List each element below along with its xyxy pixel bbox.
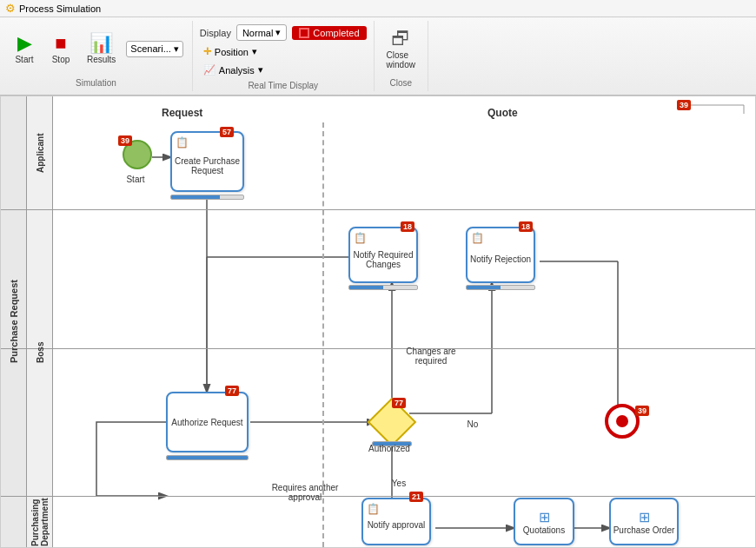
lane-label-purchasing: Purchasing Department bbox=[27, 496, 53, 548]
task-icon-notify-app: 📋 bbox=[367, 503, 380, 515]
authorize-request-label: Authorize Request bbox=[171, 418, 242, 427]
display-top-row: Display Normal ▾ Completed bbox=[200, 24, 367, 41]
lane-label-purchase-request: Purchase Request bbox=[1, 96, 27, 547]
stop-label: Stop bbox=[52, 55, 70, 64]
notify-req-counter: 18 bbox=[401, 221, 414, 232]
lane-label-applicant: Applicant bbox=[27, 96, 53, 209]
gateway-counter: 77 bbox=[392, 398, 406, 408]
notify-rejection-task[interactable]: 📋 Notify Rejection bbox=[466, 227, 535, 283]
create-progress-fill bbox=[171, 195, 220, 199]
notify-rejection-label: Notify Rejection bbox=[470, 254, 531, 264]
end-event-inner bbox=[616, 415, 628, 427]
start-button[interactable]: ▶ Start bbox=[9, 30, 40, 68]
position-icon: ✛ bbox=[203, 46, 211, 57]
task-icon-create: 📋 bbox=[176, 136, 189, 149]
play-icon: ▶ bbox=[17, 34, 32, 53]
close-group: 🗗 Closewindow Close bbox=[375, 21, 428, 91]
quotations-label: Quotations bbox=[523, 525, 565, 535]
simulation-group: ▶ Start ■ Stop 📊 Results Scenari... ▾ Si… bbox=[0, 21, 193, 91]
display-mid-row: ✛ Position ▾ bbox=[200, 44, 367, 59]
task-icon-notify-rej: 📋 bbox=[471, 232, 484, 244]
analysis-label: Analysis bbox=[219, 65, 255, 76]
start-counter: 39 bbox=[118, 135, 132, 146]
real-time-display-label: Real Time Display bbox=[200, 81, 367, 90]
results-label: Results bbox=[87, 55, 116, 64]
lane-label-boss: Boss bbox=[27, 209, 53, 496]
notify-rej-progress-fill bbox=[467, 286, 501, 289]
stop-icon: ■ bbox=[55, 34, 66, 53]
notify-required-changes-task[interactable]: 📋 Notify Required Changes bbox=[348, 227, 418, 283]
analysis-chevron: ▾ bbox=[258, 64, 263, 76]
normal-dropdown[interactable]: Normal ▾ bbox=[236, 24, 287, 41]
create-purchase-request-task[interactable]: 📋 Create Purchase Request bbox=[170, 131, 244, 192]
start-label: Start bbox=[114, 175, 157, 184]
changes-required-label: Changes are required bbox=[392, 347, 470, 366]
purchase-order-icon: ⊞ bbox=[639, 509, 650, 525]
quotations-icon: ⊞ bbox=[539, 509, 550, 525]
quotations-task[interactable]: ⊞ Quotations bbox=[514, 498, 574, 545]
scenario-dropdown[interactable]: Scenari... ▾ bbox=[126, 41, 182, 57]
sim-buttons-row: ▶ Start ■ Stop 📊 Results Scenari... ▾ bbox=[9, 24, 183, 73]
display-text-label: Display bbox=[200, 28, 231, 38]
lane-divider-1 bbox=[1, 209, 755, 210]
authorize-counter: 77 bbox=[225, 386, 239, 396]
normal-label: Normal bbox=[242, 28, 273, 38]
purchase-order-label: Purchase Order bbox=[613, 525, 675, 535]
scenario-chevron: ▾ bbox=[174, 43, 179, 55]
app-icon: ⚙ bbox=[5, 2, 16, 15]
results-icon: 📊 bbox=[90, 34, 113, 53]
results-button[interactable]: 📊 Results bbox=[82, 30, 121, 68]
end-counter: 39 bbox=[635, 406, 649, 416]
purchase-order-task[interactable]: ⊞ Purchase Order bbox=[609, 498, 679, 545]
app-title: Process Simulation bbox=[19, 3, 101, 14]
notify-req-progress-bar bbox=[348, 285, 418, 290]
close-window-icon: 🗗 bbox=[391, 28, 410, 50]
position-button[interactable]: ✛ Position ▾ bbox=[200, 44, 261, 59]
position-chevron: ▾ bbox=[252, 46, 257, 57]
notify-rej-counter: 18 bbox=[519, 221, 533, 232]
analysis-button[interactable]: 📈 Analysis ▾ bbox=[200, 63, 267, 77]
stop-button[interactable]: ■ Stop bbox=[45, 30, 76, 68]
notify-approval-task[interactable]: 📋 Notify approval bbox=[361, 498, 431, 545]
real-time-display-group: Display Normal ▾ Completed ✛ Position ▾ … bbox=[193, 21, 375, 91]
authorize-progress-bar bbox=[166, 455, 249, 460]
gateway-progress-bar bbox=[372, 441, 412, 446]
diagram-canvas: Purchase Request Applicant Boss Purchasi… bbox=[0, 96, 756, 548]
close-window-button[interactable]: 🗗 Closewindow bbox=[383, 24, 419, 73]
notify-req-progress-fill bbox=[349, 286, 383, 289]
authorize-progress-fill bbox=[167, 456, 248, 459]
display-bot-row: 📈 Analysis ▾ bbox=[200, 63, 367, 77]
create-purchase-request-label: Create Purchase Request bbox=[172, 156, 242, 175]
yes-label: Yes bbox=[386, 479, 412, 488]
start-label: Start bbox=[15, 55, 33, 64]
notify-required-changes-label: Notify Required Changes bbox=[350, 250, 416, 269]
notify-rej-progress-bar bbox=[466, 285, 535, 290]
lane-divider-2 bbox=[1, 348, 755, 349]
no-label: No bbox=[460, 419, 486, 429]
top-counter-badge: 39 bbox=[677, 100, 691, 110]
ribbon: ▶ Start ■ Stop 📊 Results Scenari... ▾ Si… bbox=[0, 17, 756, 96]
connectors-svg bbox=[1, 96, 755, 547]
title-bar: ⚙ Process Simulation bbox=[0, 0, 756, 17]
notify-app-counter: 21 bbox=[409, 492, 423, 502]
end-event[interactable] bbox=[605, 404, 640, 439]
section-request-header: Request bbox=[162, 107, 202, 119]
completed-indicator bbox=[299, 28, 309, 38]
completed-button[interactable]: Completed bbox=[292, 26, 366, 40]
task-icon-notify-req: 📋 bbox=[354, 232, 367, 244]
create-progress-bar bbox=[170, 195, 244, 200]
simulation-group-label: Simulation bbox=[76, 75, 116, 88]
create-counter: 57 bbox=[220, 127, 234, 137]
normal-chevron: ▾ bbox=[275, 27, 281, 38]
lane-divider-3 bbox=[1, 496, 755, 497]
close-group-label: Close bbox=[389, 75, 412, 88]
gateway-progress-fill bbox=[373, 442, 411, 446]
analysis-icon: 📈 bbox=[203, 64, 216, 76]
completed-label: Completed bbox=[313, 28, 359, 38]
position-label: Position bbox=[215, 47, 249, 57]
requires-another-approval-label: Requires another approval bbox=[270, 483, 340, 502]
section-quote-header: Quote bbox=[487, 107, 518, 119]
authorize-request-task[interactable]: Authorize Request bbox=[166, 392, 249, 452]
close-window-label: Closewindow bbox=[387, 50, 415, 69]
section-divider bbox=[322, 122, 324, 547]
